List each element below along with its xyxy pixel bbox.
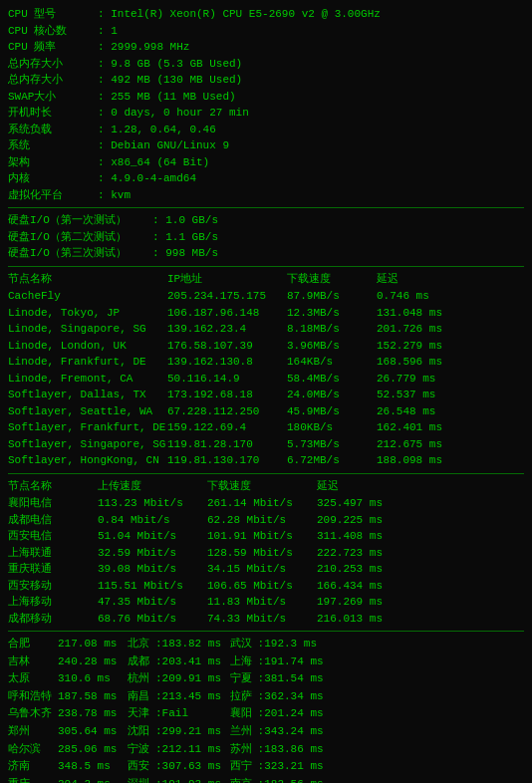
ping-val2: 307.63 ms: [162, 758, 230, 776]
ping-val1: 240.28 ms: [58, 653, 128, 671]
disk-io1-row: 硬盘I/O（第一次测试） : 1.0 GB/s: [8, 212, 524, 229]
disk-section: 硬盘I/O（第一次测试） : 1.0 GB/s 硬盘I/O（第二次测试） : 1…: [8, 212, 524, 262]
load-value: : 1.28, 0.64, 0.46: [98, 122, 524, 138]
cn-node-name: 上海联通: [8, 545, 98, 562]
ping-colon2: :: [258, 758, 265, 776]
ping-val2: 209.91 ms: [162, 670, 230, 688]
ping-city3: 兰州: [230, 723, 258, 741]
cn-node-row: 成都移动 68.76 Mbit/s 74.33 Mbit/s 216.013 m…: [8, 611, 524, 628]
ping-val3: 381.54 ms: [264, 670, 324, 688]
network-node-row: Softlayer, Dallas, TX 173.192.68.18 24.0…: [8, 387, 524, 403]
node-ip: 173.192.68.18: [167, 387, 287, 403]
cn-node-up: 113.23 Mbit/s: [98, 495, 207, 512]
node-lat: 131.048 ms: [377, 305, 456, 322]
cpu-cores-row: CPU 核心数 : 1: [8, 23, 524, 40]
cn-node-name: 上海移动: [8, 594, 98, 611]
cn-node-row: 西安电信 51.04 Mbit/s 101.91 Mbit/s 311.408 …: [8, 528, 524, 545]
cpu-freq-value: : 2999.998 MHz: [98, 39, 524, 56]
ping-val2: 299.21 ms: [162, 723, 230, 741]
ping-val1: 348.5 ms: [58, 758, 128, 776]
mem-total-row: 总内存大小 : 9.8 GB (5.3 GB Used): [8, 56, 524, 73]
ping-colon: :: [155, 776, 162, 783]
ping-val2: 191.93 ms: [162, 776, 230, 783]
os-label: 系统: [8, 137, 98, 154]
node-name: Softlayer, Seattle, WA: [8, 403, 167, 420]
ping-colon: :: [155, 723, 162, 741]
node-dl: 8.18MB/s: [287, 321, 377, 338]
ping-val3: 343.24 ms: [264, 723, 324, 741]
arch-label: 架构: [8, 154, 98, 171]
cn-node-lat: 216.013 ms: [317, 611, 406, 628]
network-header: 节点名称 IP地址 下载速度 延迟: [8, 271, 524, 288]
net-col-ip: IP地址: [167, 271, 287, 288]
node-lat: 152.279 ms: [377, 338, 456, 355]
cn-node-up: 0.84 Mbit/s: [98, 512, 207, 529]
system-info-section: CPU 型号 : Intel(R) Xeon(R) CPU E5-2690 v2…: [8, 6, 524, 203]
node-lat: 0.746 ms: [377, 288, 456, 305]
disk-io1-label: 硬盘I/O（第一次测试）: [8, 212, 152, 229]
cn-node-up: 39.08 Mbit/s: [98, 561, 207, 578]
node-name: Linode, Tokyo, JP: [8, 305, 167, 322]
load-label: 系统负载: [8, 122, 98, 138]
node-ip: 50.116.14.9: [167, 371, 287, 388]
network-nodes-container: CacheFly 205.234.175.175 87.9MB/s 0.746 …: [8, 288, 524, 469]
cn-node-up: 47.35 Mbit/s: [98, 594, 207, 611]
ping-row: 呼和浩特 187.58 ms 南昌 : 213.45 ms 拉萨 : 362.3…: [8, 688, 524, 706]
node-ip: 119.81.130.170: [167, 452, 287, 469]
node-name: Softlayer, Frankfurt, DE: [8, 419, 167, 436]
network-node-row: Linode, Tokyo, JP 106.187.96.148 12.3MB/…: [8, 305, 524, 322]
kernel-value: : 4.9.0-4-amd64: [98, 170, 524, 187]
ping-city3: 拉萨: [230, 688, 258, 706]
node-name: Linode, Fremont, CA: [8, 371, 167, 388]
ping-city3: 南京: [230, 776, 258, 783]
node-lat: 26.548 ms: [377, 403, 456, 420]
ping-colon: :: [155, 670, 162, 688]
cn-node-name: 成都移动: [8, 611, 98, 628]
ping-city3: 上海: [230, 653, 258, 671]
network-node-row: Softlayer, HongKong, CN 119.81.130.170 6…: [8, 452, 524, 469]
node-ip: 67.228.112.250: [167, 403, 287, 420]
swap-label: SWAP大小: [8, 89, 98, 106]
ping-city2: 成都: [128, 653, 155, 671]
node-ip: 106.187.96.148: [167, 305, 287, 322]
node-lat: 201.726 ms: [377, 321, 456, 338]
node-lat: 188.098 ms: [377, 452, 456, 469]
ping-val3: 182.56 ms: [264, 776, 324, 783]
node-lat: 168.596 ms: [377, 354, 456, 371]
ping-val1: 204.2 ms: [58, 776, 128, 783]
ping-city2: 北京: [128, 636, 155, 653]
ping-val1: 305.64 ms: [58, 723, 128, 741]
ping-colon: :: [155, 653, 162, 671]
ping-city2: 沈阳: [128, 723, 155, 741]
cn-node-lat: 209.225 ms: [317, 512, 406, 529]
cn-header: 节点名称 上传速度 下载速度 延迟: [8, 478, 524, 495]
cn-node-up: 68.76 Mbit/s: [98, 611, 207, 628]
cn-node-row: 襄阳电信 113.23 Mbit/s 261.14 Mbit/s 325.497…: [8, 495, 524, 512]
disk-io2-label: 硬盘I/O（第二次测试）: [8, 229, 152, 246]
ping-val1: 238.78 ms: [58, 705, 128, 723]
cn-network-section: 节点名称 上传速度 下载速度 延迟 襄阳电信 113.23 Mbit/s 261…: [8, 478, 524, 628]
disk-io2-row: 硬盘I/O（第二次测试） : 1.1 GB/s: [8, 229, 524, 246]
node-name: Linode, London, UK: [8, 338, 167, 355]
ping-colon2: :: [258, 705, 265, 723]
ping-colon: :: [155, 705, 162, 723]
cpu-cores-value: : 1: [98, 23, 524, 40]
ping-city1: 合肥: [8, 636, 58, 653]
kernel-label: 内核: [8, 170, 98, 187]
network-node-row: Linode, Fremont, CA 50.116.14.9 58.4MB/s…: [8, 371, 524, 388]
ping-colon2: :: [258, 723, 265, 741]
virt-value: : kvm: [98, 187, 524, 204]
cn-node-dl: 106.65 Mbit/s: [207, 578, 317, 595]
ping-city1: 呼和浩特: [8, 688, 58, 706]
cn-col-node: 节点名称: [8, 478, 98, 495]
ping-colon2: :: [258, 741, 265, 759]
ping-val1: 187.58 ms: [58, 688, 128, 706]
cn-node-row: 成都电信 0.84 Mbit/s 62.28 Mbit/s 209.225 ms: [8, 512, 524, 529]
uptime-value: : 0 days, 0 hour 27 min: [98, 105, 524, 122]
node-dl: 180KB/s: [287, 419, 377, 436]
cn-node-up: 51.04 Mbit/s: [98, 528, 207, 545]
virt-row: 虚拟化平台 : kvm: [8, 187, 524, 204]
cn-node-name: 襄阳电信: [8, 495, 98, 512]
node-lat: 52.537 ms: [377, 387, 456, 403]
node-dl: 5.73MB/s: [287, 436, 377, 453]
